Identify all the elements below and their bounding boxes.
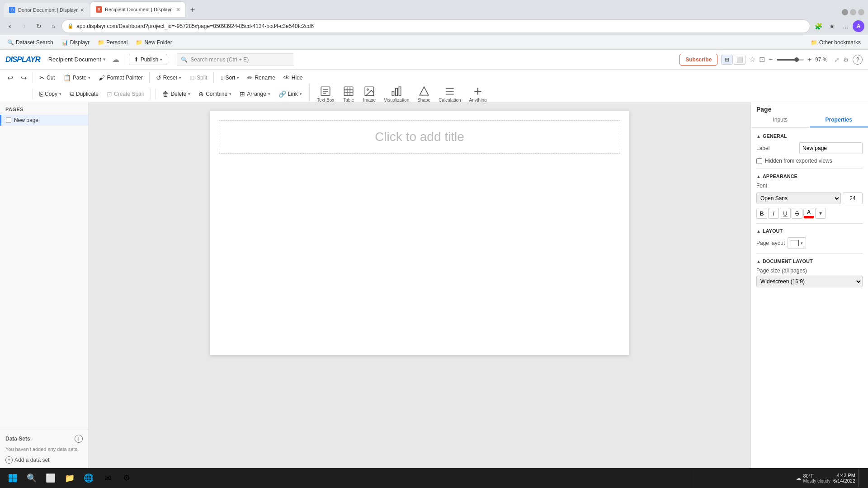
- full-screen-btn[interactable]: ⤢: [834, 56, 840, 63]
- insert-image[interactable]: Image: [359, 83, 379, 105]
- taskbar-mail[interactable]: ✉: [99, 469, 117, 487]
- duplicate-label: Duplicate: [76, 91, 99, 97]
- help-btn[interactable]: ?: [853, 55, 863, 65]
- title-placeholder[interactable]: Click to add title: [219, 120, 620, 154]
- donor-tab-close[interactable]: ×: [80, 6, 84, 14]
- reset-button[interactable]: ↺ Reset ▾: [152, 72, 185, 83]
- taskbar-time: 4:43 PM: [833, 473, 855, 478]
- page-item-new[interactable]: New page: [0, 115, 88, 126]
- cut-button[interactable]: ✂ Cut: [36, 72, 59, 83]
- redo-button[interactable]: ↪: [17, 71, 30, 84]
- font-select[interactable]: Open Sans: [756, 192, 841, 204]
- insert-shape[interactable]: Shape: [414, 83, 434, 105]
- zoom-minus-btn[interactable]: −: [769, 56, 773, 64]
- minimize-btn[interactable]: [842, 9, 848, 15]
- bold-button[interactable]: B: [756, 208, 767, 219]
- page-layout-btn[interactable]: ▾: [788, 237, 806, 249]
- settings-btn[interactable]: ⚙: [843, 56, 849, 63]
- zoom-slider[interactable]: [777, 59, 804, 61]
- page-size-select[interactable]: Widescreen (16:9): [756, 276, 863, 287]
- show-desktop-btn[interactable]: [858, 469, 861, 487]
- address-bar[interactable]: 🔒 app.displayr.com/Dashboard?project_id=…: [61, 19, 810, 33]
- italic-button[interactable]: I: [768, 208, 779, 219]
- underline-button[interactable]: U: [780, 208, 791, 219]
- bookmark-personal[interactable]: 📁 Personal: [94, 38, 131, 47]
- add-dataset-button[interactable]: + Add a data set: [5, 455, 83, 465]
- taskbar-weather-info: ☁ 80°F Mostly cloudy: [796, 473, 830, 483]
- canvas-area[interactable]: Click to add title: [89, 102, 750, 470]
- profile-avatar[interactable]: A: [853, 20, 864, 32]
- other-bookmarks[interactable]: 📁 Other bookmarks: [807, 38, 864, 47]
- appearance-section-header[interactable]: ▲ APPEARANCE: [756, 174, 863, 179]
- page-checkbox[interactable]: [6, 117, 11, 123]
- refresh-button[interactable]: ↻: [33, 20, 45, 33]
- bookmark-new-folder[interactable]: 📁 New Folder: [132, 38, 175, 47]
- create-span-button[interactable]: ⊡ Create Span: [103, 89, 148, 99]
- format-painter-button[interactable]: 🖌 Format Painter: [95, 72, 146, 83]
- font-field-row: Font: [756, 183, 863, 189]
- taskbar-task-view[interactable]: ⬜: [42, 469, 60, 487]
- link-button[interactable]: 🔗 Link ▾: [275, 89, 306, 99]
- strikethrough-button[interactable]: S: [792, 208, 802, 219]
- taskbar-search[interactable]: 🔍: [23, 469, 41, 487]
- delete-button[interactable]: 🗑 Delete ▾: [159, 89, 194, 99]
- taskbar-edge[interactable]: 🌐: [80, 469, 98, 487]
- tab-properties[interactable]: Properties: [810, 113, 868, 127]
- insert-calculation[interactable]: Calculation: [435, 83, 464, 105]
- list-view-btn[interactable]: ⬜: [734, 55, 745, 65]
- insert-table[interactable]: Table: [339, 83, 359, 105]
- url-text: app.displayr.com/Dashboard?project_id=-9…: [76, 23, 314, 29]
- copy-button[interactable]: ⎘ Copy ▾: [36, 89, 65, 99]
- bookmark-dataset-search[interactable]: 🔍 Dataset Search: [4, 38, 57, 47]
- present-btn[interactable]: ⊡: [759, 55, 765, 64]
- maximize-btn[interactable]: [850, 9, 856, 15]
- zoom-plus-btn[interactable]: +: [807, 56, 811, 64]
- paste-dropdown: ▾: [88, 75, 90, 80]
- insert-anything[interactable]: Anything: [466, 83, 491, 105]
- document-name-dropdown[interactable]: Recipient Document ▾: [45, 54, 109, 65]
- taskbar-file-explorer[interactable]: 📁: [61, 469, 79, 487]
- rename-button[interactable]: ✏ Rename: [244, 72, 278, 83]
- add-dataset-circle-btn[interactable]: +: [75, 435, 83, 443]
- bookmark-displayr[interactable]: 📊 Displayr: [58, 38, 93, 47]
- label-field-input[interactable]: [799, 142, 863, 154]
- close-btn[interactable]: [858, 9, 864, 15]
- duplicate-button[interactable]: ⧉ Duplicate: [66, 88, 102, 99]
- cloud-save-icon[interactable]: ☁: [112, 55, 119, 64]
- tab-inputs[interactable]: Inputs: [751, 113, 810, 127]
- combine-button[interactable]: ⊕ Combine ▾: [195, 89, 235, 99]
- general-section-header[interactable]: ▲ GENERAL: [756, 133, 863, 139]
- taskbar-start-button[interactable]: [4, 469, 22, 487]
- layout-section-header[interactable]: ▲ LAYOUT: [756, 228, 863, 234]
- star-btn[interactable]: ☆: [749, 55, 755, 64]
- sort-button[interactable]: ↕ Sort ▾: [217, 72, 243, 83]
- color-fill-button[interactable]: ▾: [815, 208, 826, 219]
- taskbar-settings[interactable]: ⚙: [118, 469, 136, 487]
- hidden-checkbox[interactable]: [756, 158, 762, 164]
- font-size-input[interactable]: [843, 192, 863, 204]
- undo-button[interactable]: ↩: [4, 71, 16, 84]
- recipient-tab-close[interactable]: ×: [176, 6, 180, 13]
- new-tab-button[interactable]: +: [186, 4, 199, 16]
- hide-button[interactable]: 👁 Hide: [280, 72, 307, 83]
- text-color-button[interactable]: A: [803, 208, 814, 219]
- settings-icon[interactable]: …: [839, 20, 852, 33]
- insert-visualization[interactable]: Visualization: [380, 83, 413, 105]
- arrange-button[interactable]: ⊞ Arrange ▾: [236, 89, 274, 99]
- favorites-icon[interactable]: ★: [826, 20, 838, 33]
- paste-button[interactable]: 📋 Paste ▾: [60, 72, 94, 83]
- publish-button[interactable]: ⬆ Publish ▾: [129, 54, 167, 65]
- extensions-icon[interactable]: 🧩: [812, 20, 825, 33]
- insert-textbox[interactable]: Text Box: [313, 83, 338, 105]
- tab-donor[interactable]: D Donor Document | Displayr ×: [4, 3, 90, 17]
- split-button[interactable]: ⊟ Split: [186, 72, 211, 83]
- back-button[interactable]: ‹: [4, 20, 16, 33]
- grid-view-btn[interactable]: ⊞: [721, 55, 733, 65]
- subscribe-button[interactable]: Subscribe: [679, 54, 717, 66]
- tab-recipient[interactable]: R Recipient Document | Displayr ×: [90, 2, 185, 17]
- forward-button[interactable]: ›: [18, 20, 31, 33]
- split-label: Split: [197, 75, 207, 81]
- doc-layout-section-header[interactable]: ▲ DOCUMENT LAYOUT: [756, 258, 863, 264]
- header-search[interactable]: 🔍 Search menus (Ctrl + E): [177, 53, 294, 66]
- home-button[interactable]: ⌂: [47, 20, 60, 33]
